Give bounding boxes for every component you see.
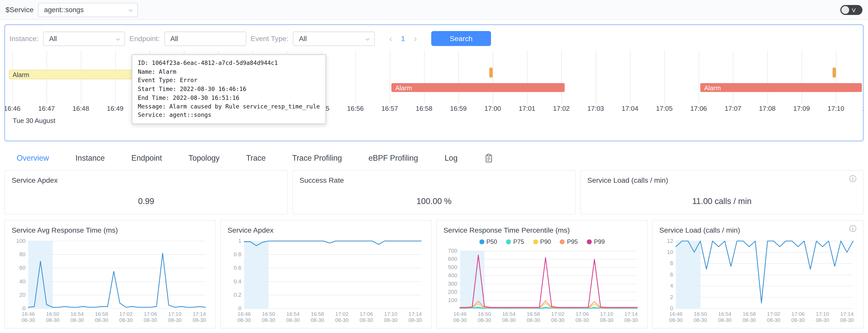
tab-log[interactable]: Log [445,154,458,162]
x-tick-date-label: 08-30 [262,317,275,323]
axis-tick-label: 17:06 [690,105,707,113]
y-tick-label: 12 [667,238,673,244]
tab-overview[interactable]: Overview [17,154,49,162]
event-bar-alarm[interactable]: Alarm [701,83,862,92]
y-tick-label: 8 [670,260,673,266]
y-tick-label: 500 [448,264,457,270]
y-tick-label: 0 [22,305,25,311]
instance-label: Instance: [9,34,38,43]
axis-tick-label: 16:47 [38,105,55,113]
y-tick-label: 2 [670,294,673,300]
timeline-gridline [630,50,630,104]
x-tick-time-label: 16:46 [238,311,251,317]
y-tick-label: 40 [19,278,25,285]
metric-value-number: 11.00 [692,196,713,205]
legend-item-p50[interactable]: P50 [479,238,497,245]
y-tick-label: 100 [16,238,25,244]
clipboard-icon[interactable] [484,153,493,162]
chart-area[interactable]: 10020030040050060070016:4608-3016:5008-3… [441,247,643,324]
x-tick-time-label: 17:02 [120,311,133,317]
legend-dot-icon [533,239,538,244]
chart-canvas[interactable]: 02468101216:4608-3016:5008-3016:5408-301… [657,237,859,324]
service-select[interactable]: agent::songs [38,3,138,17]
event-type-label: Event Type: [251,34,289,43]
tooltip-line-5: End Time: 2022-08-30 16:51:16 [138,93,320,102]
tab-endpoint[interactable]: Endpoint [131,154,162,162]
service-label: $Service [6,6,34,14]
x-tick-time-label: 16:54 [71,311,84,317]
axis-tick-label: 16:57 [381,105,398,113]
axis-tick-label: 16:49 [107,105,124,113]
chart-legend: P50P75P90P95P99 [441,237,643,247]
event-filter-row: Instance: All Endpoint: All Event Type: … [5,25,863,47]
prev-page-button[interactable]: ‹ [389,34,392,43]
timeline-gridline [595,50,596,104]
chart-canvas[interactable]: 10020030040050060070016:4608-3016:5008-3… [441,247,643,324]
metric-card-value: 0.99 [5,196,287,205]
y-tick-label: 200 [448,289,457,295]
topbar: $Service agent::songs V [0,0,868,20]
event-type-select-value: All [299,35,307,43]
instance-select[interactable]: All [43,31,125,46]
x-tick-time-label: 16:58 [743,311,756,317]
legend-item-p90[interactable]: P90 [533,238,551,245]
tab-topology[interactable]: Topology [189,154,220,162]
selected-range-highlight [28,241,53,309]
chart-canvas[interactable]: 02040608010016:4608-3016:5008-3016:5408-… [9,237,211,324]
x-tick-time-label: 17:06 [792,311,805,317]
chart-card-1: Service Avg Response Time (ms)0204060801… [4,220,216,328]
timeline-gridline [802,50,802,104]
x-tick-time-label: 17:10 [600,311,613,317]
search-button[interactable]: Search [431,31,491,46]
axis-tick-label: 17:08 [759,105,776,113]
next-page-button[interactable]: › [414,34,417,43]
x-tick-date-label: 08-30 [384,317,398,323]
legend-label: P95 [567,238,578,245]
version-toggle[interactable]: V [840,5,862,15]
axis-tick-label: 16:56 [347,105,364,113]
x-tick-date-label: 08-30 [311,317,324,323]
y-tick-label: 6 [670,271,673,278]
event-bar-alarm[interactable]: Alarm [392,83,565,92]
legend-item-p95[interactable]: P95 [560,238,578,245]
x-tick-date-label: 08-30 [144,317,157,323]
endpoint-input[interactable]: All [164,31,246,46]
chart-area[interactable]: 00.20.40.60.8116:4608-3016:5008-3016:540… [225,237,427,324]
chart-title: Service Load (calls / min) [659,226,859,234]
x-tick-time-label: 17:02 [551,311,564,317]
timeline-gridline [424,50,425,104]
tab-instance[interactable]: Instance [75,154,105,162]
legend-item-p75[interactable]: P75 [506,238,524,245]
endpoint-input-value: All [170,35,178,43]
timeline-gridline [699,50,699,104]
info-icon[interactable]: ⓘ [849,175,856,182]
x-tick-time-label: 17:06 [360,311,373,317]
timeline-gridline [458,50,459,104]
x-tick-time-label: 16:50 [262,311,275,317]
chart-area[interactable]: 02468101216:4608-3016:5008-3016:5408-301… [657,237,859,324]
x-tick-date-label: 08-30 [816,317,829,323]
selected-range-highlight [460,251,485,308]
timeline-gridline [493,50,493,104]
chart-canvas[interactable]: 00.20.40.60.8116:4608-3016:5008-3016:540… [225,237,427,324]
tab-trace[interactable]: Trace [246,154,266,162]
event-point[interactable] [489,68,493,78]
x-tick-time-label: 17:02 [335,311,348,317]
tooltip-line-6: Message: Alarm caused by Rule service_re… [138,102,320,111]
axis-tick-label: 17:05 [656,105,673,113]
y-tick-label: 1 [238,238,241,244]
chevron-down-icon [115,36,121,42]
x-tick-date-label: 08-30 [791,317,805,323]
event-point[interactable] [833,68,836,78]
y-tick-label: 4 [670,283,673,289]
tab-ebpf-profiling[interactable]: eBPF Profiling [368,154,418,162]
tab-trace-profiling[interactable]: Trace Profiling [292,154,342,162]
chart-area[interactable]: 02040608010016:4608-3016:5008-3016:5408-… [9,237,211,324]
x-tick-date-label: 08-30 [360,317,373,323]
x-tick-date-label: 08-30 [478,317,491,323]
event-type-select[interactable]: All [293,31,375,46]
legend-label: P90 [540,238,551,245]
metric-cards-row: Service Apdex0.99Success Rate100.00%Serv… [4,170,863,214]
legend-item-p99[interactable]: P99 [587,238,604,245]
info-icon[interactable]: ⓘ [849,225,856,232]
